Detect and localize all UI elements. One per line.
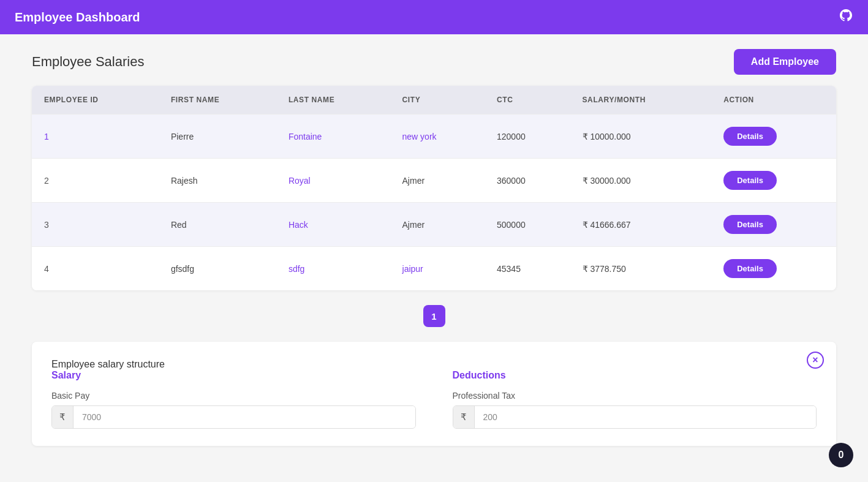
- github-icon[interactable]: [839, 8, 853, 26]
- col-ctc: CTC: [485, 86, 570, 115]
- details-button[interactable]: Details: [723, 259, 777, 278]
- cell-salary-month: ₹ 41666.667: [570, 203, 712, 247]
- main-content: Employee Salaries Add Employee EMPLOYEE …: [0, 34, 868, 461]
- cell-city: new york: [390, 115, 485, 159]
- col-last-name: LAST NAME: [276, 86, 390, 115]
- cell-city: Ajmer: [390, 203, 485, 247]
- page-title: Employee Salaries: [32, 54, 144, 70]
- details-button[interactable]: Details: [723, 215, 777, 234]
- basic-pay-label: Basic Pay: [51, 391, 416, 401]
- cell-ctc: 45345: [485, 247, 570, 291]
- table-row: 2 Rajesh Royal Ajmer 360000 ₹ 30000.000 …: [32, 159, 836, 203]
- salary-card-title: Employee salary structure: [51, 359, 165, 369]
- cell-ctc: 500000: [485, 203, 570, 247]
- cell-employee-id: 1: [32, 115, 159, 159]
- cell-last-name: sdfg: [276, 247, 390, 291]
- cell-last-name: Fontaine: [276, 115, 390, 159]
- table-row: 1 Pierre Fontaine new york 120000 ₹ 1000…: [32, 115, 836, 159]
- cell-city: jaipur: [390, 247, 485, 291]
- cell-last-name: Royal: [276, 159, 390, 203]
- col-salary-month: SALARY/MONTH: [570, 86, 712, 115]
- add-employee-button[interactable]: Add Employee: [734, 49, 836, 75]
- basic-pay-currency-symbol: ₹: [52, 406, 74, 428]
- professional-tax-input-group: ₹: [453, 405, 817, 429]
- table-header: EMPLOYEE ID FIRST NAME LAST NAME CITY CT…: [32, 86, 836, 115]
- app-title: Employee Dashboard: [15, 10, 140, 24]
- page-1-button[interactable]: 1: [423, 305, 445, 327]
- employee-table: EMPLOYEE ID FIRST NAME LAST NAME CITY CT…: [32, 86, 836, 290]
- col-action: ACTION: [711, 86, 836, 115]
- basic-pay-input-group: ₹: [51, 405, 416, 429]
- cell-action: Details: [711, 203, 836, 247]
- table-body: 1 Pierre Fontaine new york 120000 ₹ 1000…: [32, 115, 836, 291]
- basic-pay-input[interactable]: [74, 406, 415, 428]
- cell-ctc: 120000: [485, 115, 570, 159]
- salary-structure-card: Employee salary structure × Salary Basic…: [32, 342, 836, 446]
- top-row: Employee Salaries Add Employee: [32, 49, 836, 75]
- cell-first-name: Pierre: [159, 115, 276, 159]
- cell-employee-id: 2: [32, 159, 159, 203]
- table-row: 3 Red Hack Ajmer 500000 ₹ 41666.667 Deta…: [32, 203, 836, 247]
- employee-table-container: EMPLOYEE ID FIRST NAME LAST NAME CITY CT…: [32, 86, 836, 290]
- professional-tax-currency-symbol: ₹: [453, 406, 475, 428]
- cell-first-name: Red: [159, 203, 276, 247]
- cell-action: Details: [711, 247, 836, 291]
- cell-ctc: 360000: [485, 159, 570, 203]
- deductions-section-header: Deductions: [453, 370, 817, 381]
- pagination: 1: [32, 305, 836, 327]
- col-city: CITY: [390, 86, 485, 115]
- details-button[interactable]: Details: [723, 171, 777, 190]
- cell-salary-month: ₹ 3778.750: [570, 247, 712, 291]
- deductions-column: Deductions Professional Tax ₹: [453, 370, 817, 429]
- close-salary-card-button[interactable]: ×: [807, 352, 824, 369]
- cell-first-name: gfsdfg: [159, 247, 276, 291]
- details-button[interactable]: Details: [723, 127, 777, 146]
- col-employee-id: EMPLOYEE ID: [32, 86, 159, 115]
- cell-city: Ajmer: [390, 159, 485, 203]
- cell-employee-id: 4: [32, 247, 159, 291]
- professional-tax-input[interactable]: [475, 406, 817, 428]
- cell-first-name: Rajesh: [159, 159, 276, 203]
- professional-tax-label: Professional Tax: [453, 391, 817, 401]
- table-row: 4 gfsdfg sdfg jaipur 45345 ₹ 3778.750 De…: [32, 247, 836, 291]
- salary-section-header: Salary: [51, 370, 416, 381]
- cell-employee-id: 3: [32, 203, 159, 247]
- col-first-name: FIRST NAME: [159, 86, 276, 115]
- cell-salary-month: ₹ 30000.000: [570, 159, 712, 203]
- cell-action: Details: [711, 159, 836, 203]
- salary-column: Salary Basic Pay ₹: [51, 370, 416, 429]
- notification-badge[interactable]: 0: [829, 443, 853, 467]
- header: Employee Dashboard: [0, 0, 868, 34]
- cell-last-name: Hack: [276, 203, 390, 247]
- cell-salary-month: ₹ 10000.000: [570, 115, 712, 159]
- salary-columns: Salary Basic Pay ₹ Deductions Profession…: [51, 370, 817, 429]
- cell-action: Details: [711, 115, 836, 159]
